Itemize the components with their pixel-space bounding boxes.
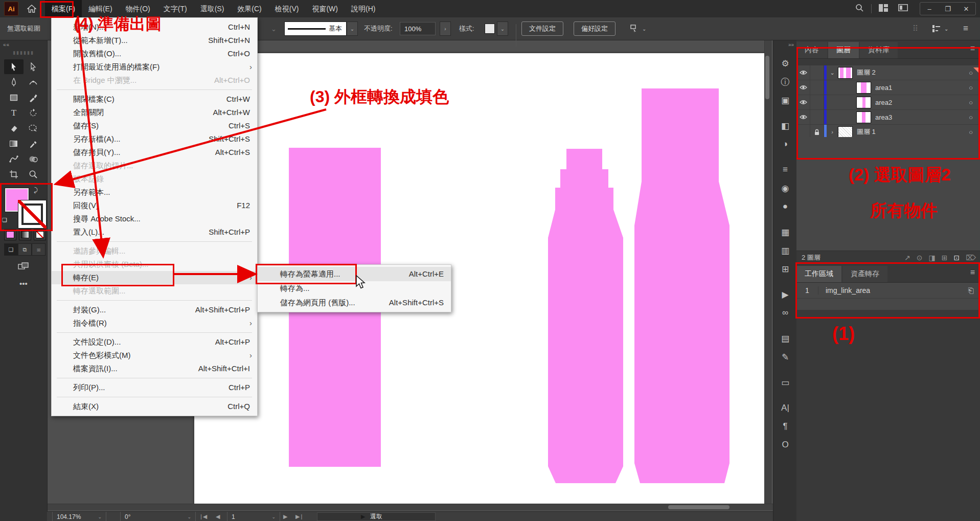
target-circle-icon[interactable]: ○ bbox=[969, 114, 973, 121]
opacity-input[interactable]: 100% bbox=[400, 22, 436, 35]
layer-row[interactable]: area3 ○ bbox=[796, 110, 980, 125]
rotation-dropdown[interactable]: 0° ⌄ bbox=[120, 512, 196, 521]
layer-thumbnail[interactable] bbox=[856, 111, 871, 123]
info-icon[interactable]: ⓘ bbox=[773, 73, 797, 91]
layer-thumbnail[interactable] bbox=[838, 126, 853, 138]
direct-selection-tool[interactable] bbox=[24, 59, 43, 74]
stroke-icon[interactable]: ≡ bbox=[773, 161, 797, 179]
target-circle-icon[interactable]: ○ bbox=[969, 84, 973, 92]
menubar-item[interactable]: 選取(S) bbox=[194, 0, 231, 17]
zoom-level-dropdown[interactable]: 104.17% ⌄ bbox=[52, 512, 106, 521]
artboard-page-icon[interactable]: ⎗ bbox=[968, 286, 974, 295]
swap-fill-stroke-icon[interactable]: ⤸ bbox=[34, 186, 38, 194]
horizontal-scrollbar-thumb[interactable] bbox=[668, 505, 730, 509]
panel-tab[interactable]: 資產轉存 bbox=[842, 266, 887, 282]
appearance-edit-icon[interactable]: ✎ bbox=[773, 348, 797, 366]
rotate-tool[interactable] bbox=[24, 105, 43, 120]
style-chevron-icon[interactable]: ⌄ bbox=[497, 21, 508, 36]
menu-item[interactable]: 文件設定(D)... Alt+Ctrl+P bbox=[52, 335, 257, 349]
status-collapse-icon[interactable]: ‹ bbox=[373, 512, 375, 521]
menu-item[interactable]: 文件色彩模式(M) bbox=[52, 349, 257, 362]
stroke-color-swatch[interactable] bbox=[18, 200, 46, 228]
draw-behind-button[interactable]: ⧉ bbox=[18, 243, 32, 256]
target-circle-icon[interactable]: ○ bbox=[969, 128, 973, 136]
menu-item[interactable]: 版本記錄 bbox=[52, 172, 257, 186]
properties-icon[interactable]: ⚙ bbox=[773, 54, 797, 73]
layer-row[interactable]: ⌄ 圖層 2 ○ bbox=[796, 65, 980, 80]
eyedropper-tool[interactable] bbox=[24, 136, 43, 151]
menu-item[interactable]: 打開最近使用過的檔案(F) bbox=[52, 60, 257, 74]
lock-toggle[interactable] bbox=[810, 80, 824, 95]
menu-item[interactable]: 搜尋 Adobe Stock... bbox=[52, 212, 257, 225]
vertical-scrollbar[interactable] bbox=[764, 40, 771, 505]
menu-item[interactable]: 另存範本... bbox=[52, 186, 257, 199]
menu-item[interactable]: 封裝(G)... Alt+Shift+Ctrl+P bbox=[52, 303, 257, 316]
paintbrush-tool[interactable] bbox=[24, 90, 43, 105]
align-artboard-control[interactable]: ⌄ bbox=[629, 17, 646, 40]
opentype-icon[interactable]: O bbox=[773, 436, 797, 454]
lock-toggle[interactable] bbox=[810, 65, 824, 80]
menu-item[interactable]: 指令檔(R) bbox=[52, 316, 257, 330]
menu-item[interactable]: 另存新檔(A)... Shift+Ctrl+S bbox=[52, 132, 257, 146]
layer-name[interactable]: 圖層 2 bbox=[857, 68, 876, 77]
illustrator-app-icon[interactable]: Ai bbox=[4, 2, 18, 16]
none-button[interactable] bbox=[34, 229, 46, 240]
visibility-toggle[interactable] bbox=[796, 65, 810, 80]
zoom-tool[interactable] bbox=[24, 167, 43, 182]
previous-artboard-button[interactable]: ◀ bbox=[216, 512, 221, 521]
draw-normal-button[interactable]: ❏ bbox=[4, 243, 18, 256]
variables-icon[interactable]: ▥ bbox=[773, 241, 797, 260]
search-icon[interactable] bbox=[850, 4, 869, 14]
menu-item[interactable]: 結束(X) Ctrl+Q bbox=[52, 400, 257, 413]
artboard-name[interactable]: img_link_area bbox=[826, 286, 870, 295]
document-setup-button[interactable]: 文件設定 bbox=[521, 21, 563, 36]
menubar-item[interactable]: 視窗(W) bbox=[305, 0, 345, 17]
pen-tool[interactable] bbox=[4, 75, 24, 89]
appearance-icon[interactable]: ◉ bbox=[773, 179, 797, 197]
collapse-panel-icon[interactable]: «« bbox=[3, 42, 10, 48]
search-icon[interactable]: ⊙ bbox=[917, 254, 923, 262]
gradient-tool[interactable] bbox=[4, 136, 24, 151]
menu-item[interactable]: 轉存(E) bbox=[52, 271, 257, 284]
menu-item[interactable]: 在 Bridge 中瀏覽... Alt+Ctrl+O bbox=[52, 74, 257, 87]
submenu-item[interactable]: 轉存為螢幕適用... Alt+Ctrl+E bbox=[258, 267, 451, 281]
stroke-style-control[interactable]: 基本 ⌄ bbox=[284, 17, 358, 40]
character-icon[interactable]: A| bbox=[773, 399, 797, 417]
artwork-bottle-large[interactable] bbox=[634, 88, 730, 483]
artboard-row[interactable]: 1 img_link_area ⎗ bbox=[796, 283, 980, 299]
menu-item[interactable]: 列印(P)... Ctrl+P bbox=[52, 381, 257, 394]
layers-panel-menu-icon[interactable]: ≡ bbox=[970, 44, 975, 53]
color-button[interactable] bbox=[4, 229, 16, 240]
minimize-button[interactable]: – bbox=[920, 5, 939, 13]
menubar-item[interactable]: 檔案(F) bbox=[45, 0, 82, 17]
visibility-toggle[interactable] bbox=[796, 80, 810, 95]
menu-item[interactable]: 新增(N)... Ctrl+N bbox=[52, 20, 257, 34]
shaper-tool[interactable] bbox=[24, 121, 43, 135]
expand-panels-icon[interactable]: »» bbox=[788, 42, 794, 48]
artboards-panel-menu-icon[interactable]: ≡ bbox=[970, 268, 975, 277]
menu-item[interactable]: 關閉檔案(C) Ctrl+W bbox=[52, 93, 257, 106]
curvature-tool[interactable] bbox=[24, 75, 43, 89]
menu-item[interactable]: 共用以供審核 (Beta)... bbox=[52, 258, 257, 271]
panel-tab[interactable]: 內容 bbox=[796, 42, 827, 58]
visibility-toggle[interactable] bbox=[796, 95, 810, 109]
asset-export-icon[interactable]: ▤ bbox=[773, 329, 797, 348]
menu-item[interactable]: 置入(L)... Shift+Ctrl+P bbox=[52, 225, 257, 239]
menu-item[interactable]: 儲存拷貝(Y)... Alt+Ctrl+S bbox=[52, 146, 257, 159]
gradient-bar-icon[interactable]: ▭ bbox=[773, 373, 797, 392]
draw-inside-button[interactable]: ◙ bbox=[32, 243, 45, 256]
menubar-item[interactable]: 文字(T) bbox=[157, 0, 194, 17]
artboards-icon[interactable]: ▣ bbox=[773, 91, 797, 109]
gradient-button[interactable] bbox=[19, 229, 31, 240]
style-control[interactable]: ⌄ bbox=[485, 17, 508, 40]
color-icon[interactable]: ◧ bbox=[773, 117, 797, 135]
panel-grip[interactable]: ▮▮▮▮▮▮ bbox=[0, 50, 47, 55]
new-sublayer-icon[interactable]: ⊞ bbox=[942, 254, 948, 262]
last-artboard-button[interactable]: ▶| bbox=[295, 512, 303, 521]
close-button[interactable]: ✕ bbox=[957, 5, 975, 13]
type-tool[interactable]: T bbox=[4, 105, 24, 120]
preferences-button[interactable]: 偏好設定 bbox=[574, 21, 616, 36]
restore-button[interactable]: ❐ bbox=[939, 5, 957, 13]
document-arrange-icon[interactable] bbox=[893, 4, 913, 13]
menubar-item[interactable]: 物件(O) bbox=[119, 0, 157, 17]
